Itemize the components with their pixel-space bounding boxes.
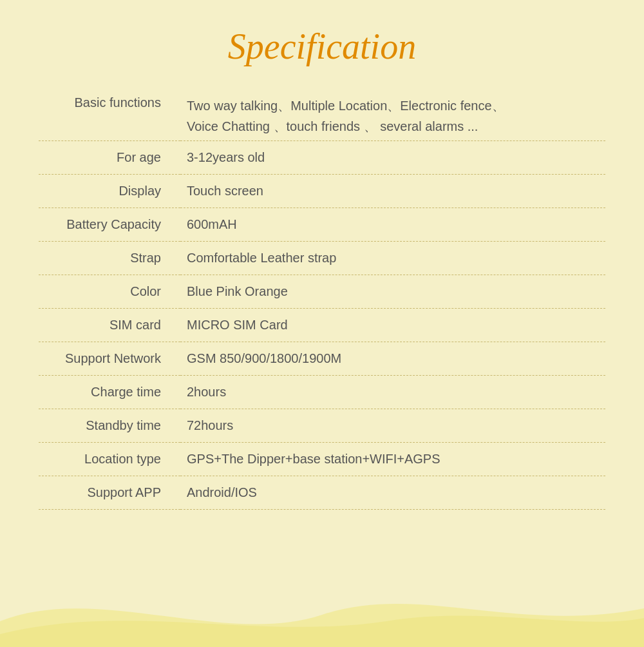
- spec-value: 3-12years old: [180, 141, 605, 175]
- basic-functions-line2: Voice Chatting 、touch friends 、 several …: [187, 116, 599, 137]
- wave-decoration: [0, 570, 644, 647]
- spec-value: 600mAH: [180, 208, 605, 242]
- table-row: Strap Comfortable Leather strap: [39, 242, 605, 275]
- spec-table: Basic functions Two way talking、Multiple…: [39, 86, 605, 510]
- table-row: Basic functions Two way talking、Multiple…: [39, 86, 605, 141]
- spec-label: Color: [39, 275, 180, 309]
- page-background: Specification Basic functions Two way ta…: [0, 0, 644, 647]
- spec-label: Basic functions: [39, 86, 180, 141]
- table-row: Support APP Android/IOS: [39, 476, 605, 510]
- spec-value: GSM 850/900/1800/1900M: [180, 342, 605, 376]
- table-row: Standby time 72hours: [39, 409, 605, 443]
- page-title: Specification: [39, 26, 605, 67]
- spec-label: Standby time: [39, 409, 180, 443]
- spec-label: SIM card: [39, 309, 180, 342]
- spec-label: Support Network: [39, 342, 180, 376]
- spec-value: MICRO SIM Card: [180, 309, 605, 342]
- spec-label: Support APP: [39, 476, 180, 510]
- table-row: Support Network GSM 850/900/1800/1900M: [39, 342, 605, 376]
- table-row: Color Blue Pink Orange: [39, 275, 605, 309]
- spec-value: Comfortable Leather strap: [180, 242, 605, 275]
- spec-value: 2hours: [180, 376, 605, 409]
- spec-label: For age: [39, 141, 180, 175]
- basic-functions-line1: Two way talking、Multiple Location、Electr…: [187, 95, 599, 116]
- spec-label: Battery Capacity: [39, 208, 180, 242]
- spec-label: Strap: [39, 242, 180, 275]
- table-row: For age 3-12years old: [39, 141, 605, 175]
- spec-label: Display: [39, 175, 180, 208]
- table-row: Battery Capacity 600mAH: [39, 208, 605, 242]
- spec-value: Blue Pink Orange: [180, 275, 605, 309]
- spec-value: Android/IOS: [180, 476, 605, 510]
- table-row: Location type GPS+The Dipper+base statio…: [39, 443, 605, 476]
- spec-value: Two way talking、Multiple Location、Electr…: [180, 86, 605, 141]
- content-wrapper: Specification Basic functions Two way ta…: [0, 0, 644, 523]
- table-row: Charge time 2hours: [39, 376, 605, 409]
- spec-label: Charge time: [39, 376, 180, 409]
- table-row: Display Touch screen: [39, 175, 605, 208]
- spec-value: Touch screen: [180, 175, 605, 208]
- table-row: SIM card MICRO SIM Card: [39, 309, 605, 342]
- spec-value: GPS+The Dipper+base station+WIFI+AGPS: [180, 443, 605, 476]
- spec-value: 72hours: [180, 409, 605, 443]
- spec-label: Location type: [39, 443, 180, 476]
